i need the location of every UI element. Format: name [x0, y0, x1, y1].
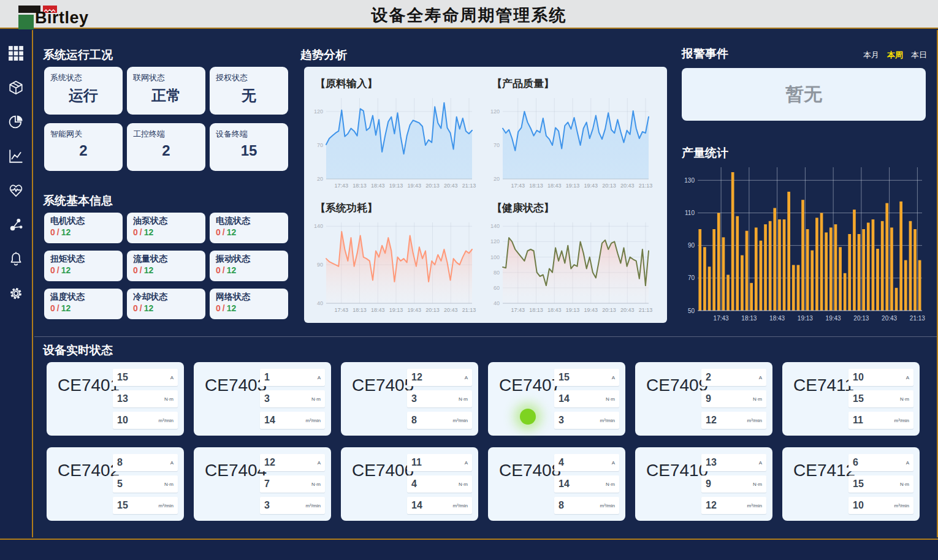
device-card-ce7409[interactable]: CE74092A9N·m12m³/min [635, 362, 772, 436]
device-value-row: 15N·m [848, 390, 913, 407]
alarm-period-tabs: 本月 本周 本日 [863, 50, 927, 61]
unit-ampere: A [170, 460, 173, 466]
tab-this-week[interactable]: 本周 [887, 50, 903, 61]
separator: / [223, 227, 225, 237]
tab-this-month[interactable]: 本月 [863, 50, 879, 61]
value-torque: 15 [853, 479, 864, 490]
svg-text:19:43: 19:43 [584, 307, 598, 313]
device-name: CE7407 [499, 376, 561, 395]
svg-text:21:13: 21:13 [639, 183, 653, 189]
device-value-row: 14m³/min [260, 412, 325, 429]
value-torque: 5 [117, 479, 123, 490]
svg-text:140: 140 [490, 223, 500, 229]
svg-text:60: 60 [494, 285, 500, 291]
unit-ampere: A [612, 460, 615, 466]
chart-title: 【系统功耗】 [315, 201, 486, 215]
total-count: 12 [144, 303, 154, 313]
svg-text:110: 110 [685, 210, 695, 216]
device-card-ce7410[interactable]: CE741013A9N·m12m³/min [635, 447, 772, 521]
unit-flow-rate: m³/min [600, 418, 615, 423]
svg-text:19:13: 19:13 [389, 307, 403, 313]
raw-input-line-chart: 120702017:4318:1318:4319:1319:4320:1320:… [310, 93, 477, 190]
value-flow: 14 [411, 500, 422, 511]
separator: / [223, 303, 225, 313]
device-card-ce7404[interactable]: CE740412A7N·m3m³/min [194, 447, 331, 521]
svg-text:18:13: 18:13 [529, 183, 543, 189]
device-value-row: 14m³/min [407, 497, 472, 514]
device-card-ce7405[interactable]: CE740512A3N·m8m³/min [341, 362, 478, 436]
svg-text:19:43: 19:43 [826, 315, 841, 322]
device-name: CE7411 [793, 376, 854, 395]
card-label: 温度状态 [50, 292, 116, 303]
unit-ampere: A [318, 375, 321, 380]
pie-chart-icon[interactable] [7, 113, 25, 131]
device-values: 4A14N·m8m³/min [554, 454, 619, 518]
value-current: 2 [706, 372, 711, 383]
svg-text:18:13: 18:13 [741, 315, 757, 322]
unit-flow-rate: m³/min [894, 503, 909, 509]
apps-grid-icon[interactable] [7, 45, 25, 62]
status-card-system: 系统状态运行 [44, 67, 123, 115]
status-card-terminals: 工控终端2 [127, 123, 205, 171]
svg-text:20:43: 20:43 [882, 315, 897, 322]
svg-text:21:13: 21:13 [462, 183, 476, 189]
unit-newton-meter: N·m [900, 396, 909, 402]
svg-text:18:43: 18:43 [769, 315, 785, 322]
trend-cell-raw-input: 【原料输入】 120702017:4318:1318:4319:1319:432… [309, 70, 486, 195]
unit-flow-rate: m³/min [747, 503, 762, 509]
separator: / [57, 265, 59, 275]
tab-today[interactable]: 本日 [911, 50, 927, 61]
gear-icon[interactable] [7, 285, 25, 302]
bell-icon[interactable] [7, 251, 25, 268]
device-card-ce7412[interactable]: CE74126A15N·m10m³/min [782, 447, 920, 521]
device-card-ce7411[interactable]: CE741110A15N·m11m³/min [782, 362, 920, 436]
value-flow: 15 [117, 500, 128, 511]
value-current: 11 [411, 457, 422, 468]
card-value: 正常 [133, 86, 199, 105]
svg-text:19:13: 19:13 [389, 183, 403, 189]
total-count: 12 [227, 227, 237, 237]
info-card-net: 网络状态0/12 [210, 289, 288, 319]
device-card-ce7406[interactable]: CE740611A4N·m14m³/min [341, 447, 478, 521]
alarm-header: 报警事件 本月 本周 本日 [682, 46, 927, 62]
unit-ampere: A [759, 375, 762, 380]
card-value: 运行 [50, 86, 116, 105]
value-current: 1 [264, 372, 270, 383]
device-card-ce7401[interactable]: CE740115A13N·m10m³/min [47, 362, 184, 436]
device-value-row: 14N·m [554, 475, 619, 493]
device-value-row: 12m³/min [701, 412, 766, 429]
device-values: 13A9N·m12m³/min [701, 454, 766, 518]
device-value-row: 7N·m [260, 475, 325, 493]
svg-text:17:43: 17:43 [714, 315, 729, 322]
device-card-ce7402[interactable]: CE74028A5N·m15m³/min [47, 447, 184, 521]
card-label: 冷却状态 [133, 292, 199, 303]
chart-title: 【健康状态】 [492, 201, 662, 215]
total-count: 12 [144, 265, 154, 275]
value-current: 12 [411, 372, 422, 383]
network-nodes-icon[interactable] [7, 216, 25, 233]
line-chart-icon[interactable] [7, 148, 25, 165]
device-name: CE7409 [646, 376, 708, 395]
value-torque: 9 [706, 393, 711, 404]
unit-newton-meter: N·m [311, 396, 321, 402]
svg-text:19:43: 19:43 [408, 307, 422, 313]
device-name: CE7405 [352, 376, 414, 395]
trend-cell-product-quality: 【产品质量】 120702017:4318:1318:4319:1319:432… [486, 70, 662, 195]
device-card-ce7403[interactable]: CE74031A3N·m14m³/min [194, 362, 331, 436]
health-pulse-icon[interactable] [7, 182, 25, 199]
svg-text:20:43: 20:43 [444, 183, 458, 189]
unit-newton-meter: N·m [459, 482, 468, 487]
device-card-ce7407[interactable]: CE740715A14N·m3m³/min [488, 362, 625, 436]
unit-flow-rate: m³/min [159, 418, 173, 423]
device-value-row: 12A [260, 454, 325, 471]
device-card-ce7408[interactable]: CE74084A14N·m8m³/min [488, 447, 625, 521]
section-title-devices: 设备实时状态 [43, 342, 113, 358]
status-card-network: 联网状态正常 [127, 67, 205, 115]
unit-flow-rate: m³/min [306, 503, 321, 509]
status-card-license: 授权状态无 [210, 67, 288, 115]
unit-flow-rate: m³/min [306, 418, 321, 423]
unit-ampere: A [612, 375, 615, 380]
unit-newton-meter: N·m [164, 482, 173, 487]
cube-icon[interactable] [7, 79, 25, 96]
unit-newton-meter: N·m [900, 482, 909, 487]
